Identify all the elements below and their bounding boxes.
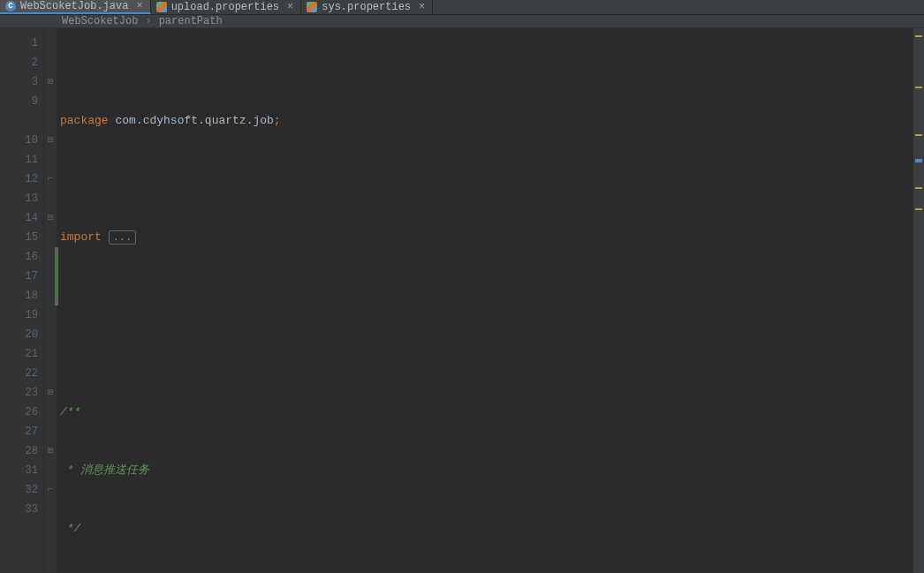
line-number: 20: [0, 325, 38, 344]
vcs-change-marker[interactable]: [55, 247, 58, 305]
line-number: 12: [0, 170, 38, 189]
properties-icon: [307, 2, 317, 12]
tab-webscoketjob[interactable]: C WebScoketJob.java ×: [0, 0, 151, 14]
fold-end-icon[interactable]: ⌐: [48, 485, 53, 494]
editor-scrollbar[interactable]: [913, 28, 924, 573]
code-line: package com.cdyhsoft.quartz.job;: [60, 111, 913, 131]
inspection-mark-warning[interactable]: [915, 187, 922, 189]
tab-label: WebScoketJob.java: [20, 0, 128, 12]
line-number: 26: [0, 403, 38, 422]
scrollbar-track[interactable]: [913, 28, 924, 573]
inspection-mark-warning[interactable]: [915, 35, 922, 37]
line-number: 33: [0, 500, 38, 519]
folded-imports[interactable]: ...: [109, 230, 137, 245]
line-number: 14: [0, 208, 38, 228]
code-line: [60, 286, 913, 305]
inspection-mark-warning[interactable]: [915, 87, 922, 88]
tab-label: sys.properties: [322, 1, 411, 13]
code-editor[interactable]: 1 2 3 9 10 11 12 13 14 15 16 17 18 19 20…: [0, 28, 924, 573]
tab-upload-properties[interactable]: upload.properties ×: [151, 0, 302, 14]
line-number: 19: [0, 305, 38, 325]
fold-end-icon[interactable]: ⌐: [48, 174, 53, 184]
code-line: */: [60, 519, 913, 539]
fold-expand-icon[interactable]: ⊞: [48, 446, 53, 456]
line-number: 23: [0, 383, 38, 403]
line-number: 17: [0, 267, 38, 286]
code-line: /**: [60, 403, 913, 422]
line-number: 16: [0, 247, 38, 267]
chevron-right-icon: ›: [145, 15, 151, 27]
code-line: * 消息推送任务: [60, 461, 913, 480]
code-line: import ...: [60, 228, 913, 247]
line-number: 28: [0, 441, 38, 461]
tab-label: upload.properties: [171, 1, 279, 13]
line-number: 2: [0, 53, 38, 72]
code-line: [60, 170, 913, 189]
line-number: 11: [0, 150, 38, 170]
line-number-gutter[interactable]: 1 2 3 9 10 11 12 13 14 15 16 17 18 19 20…: [0, 28, 44, 573]
line-number: 21: [0, 344, 38, 364]
fold-expand-icon[interactable]: ⊞: [48, 388, 53, 397]
code-area[interactable]: package com.cdyhsoft.quartz.job; import …: [57, 28, 913, 573]
editor-tabs: C WebScoketJob.java × upload.properties …: [0, 0, 924, 15]
line-number: 32: [0, 480, 38, 500]
fold-expand-icon[interactable]: ⊞: [48, 77, 53, 87]
line-number: 22: [0, 364, 38, 383]
inspection-mark-warning[interactable]: [915, 134, 922, 136]
line-number: 31: [0, 461, 38, 480]
close-icon[interactable]: ×: [287, 1, 293, 13]
class-icon: C: [5, 1, 16, 11]
line-number: 15: [0, 228, 38, 247]
breadcrumb: WebScoketJob › parentPath: [0, 15, 924, 28]
properties-icon: [156, 2, 167, 12]
line-number: [0, 111, 38, 131]
line-number: 18: [0, 286, 38, 305]
caret-position-mark[interactable]: [915, 159, 922, 162]
close-icon[interactable]: ×: [136, 0, 142, 12]
line-number: 27: [0, 422, 38, 441]
fold-collapse-icon[interactable]: ⊟: [48, 135, 53, 145]
breadcrumb-class[interactable]: WebScoketJob: [62, 15, 138, 27]
line-number: 9: [0, 92, 38, 111]
breadcrumb-member[interactable]: parentPath: [159, 15, 223, 27]
line-number: 13: [0, 189, 38, 208]
close-icon[interactable]: ×: [419, 1, 425, 13]
line-number: 10: [0, 131, 38, 150]
line-number: 3: [0, 72, 38, 92]
code-line: [60, 344, 913, 364]
tab-sys-properties[interactable]: sys.properties ×: [301, 0, 433, 14]
inspection-mark-warning[interactable]: [915, 208, 922, 210]
line-number: 1: [0, 34, 38, 53]
fold-collapse-icon[interactable]: ⊟: [48, 213, 53, 222]
